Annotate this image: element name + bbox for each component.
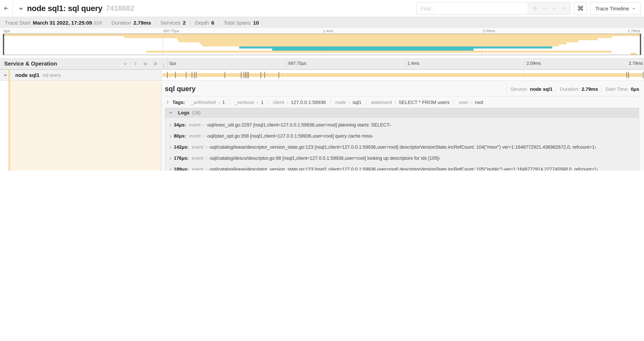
minimap-left-drag-handle[interactable]	[3, 34, 4, 55]
trace-id: 7418682	[106, 4, 134, 13]
operation-name: sql query	[42, 72, 61, 78]
detail-span-title: sql query	[165, 85, 196, 93]
service-operation-header: Service & Operation ∥	[0, 58, 168, 69]
summary-item: Start Time:0μs	[602, 86, 639, 92]
log-field-value: ‹sql/catalog/descs/descriptor.go:98 [nsq…	[209, 156, 440, 161]
tag-key: user	[459, 100, 468, 105]
log-marker-tick[interactable]	[224, 72, 225, 78]
log-field-key: event	[192, 145, 203, 150]
minimap-span-bar	[146, 51, 612, 53]
span-detail-row: sql query Service:node sql1Duration:2.79…	[0, 81, 644, 171]
log-marker-tick[interactable]	[186, 72, 186, 78]
tag-item[interactable]: statement=SELECT * FROM users	[366, 100, 454, 105]
find-input[interactable]	[416, 3, 528, 14]
arrow-left-icon	[3, 5, 9, 12]
log-row[interactable]: 189μs:event=‹sql/catalog/lease/descripto…	[165, 164, 639, 171]
tags-accordion[interactable]: Tags: _unfinished=1_verbose=1client=127.…	[165, 96, 639, 108]
tag-item[interactable]: _unfinished=1	[186, 100, 230, 105]
log-body: event=‹sql/catalog/lease/descriptor_vers…	[192, 145, 596, 150]
log-marker-tick[interactable]	[196, 72, 196, 78]
log-row[interactable]: 176μs:event=‹sql/catalog/descs/descripto…	[165, 153, 639, 164]
log-marker-tick[interactable]	[244, 72, 244, 78]
clear-find-icon[interactable]	[562, 6, 566, 11]
minimap-right-drag-handle[interactable]	[640, 34, 641, 55]
log-marker-tick[interactable]	[643, 72, 643, 78]
log-marker-tick[interactable]	[628, 72, 629, 78]
metadata-value: 10	[253, 20, 259, 26]
span-color-accent	[8, 81, 10, 171]
expand-all-icon[interactable]	[153, 61, 158, 66]
metadata-value: 2.79ms	[134, 20, 151, 26]
log-field-value: ‹sql/catalog/lease/descriptor_version_st…	[209, 145, 596, 150]
log-marker-tick[interactable]	[241, 72, 241, 78]
tag-item[interactable]: user=root	[454, 100, 488, 105]
metadata-item: Duration2.79ms	[107, 20, 156, 26]
timeline-ruler: 0μs697.75μs1.4ms2.09ms2.79ms	[168, 58, 644, 69]
log-marker-tick[interactable]	[175, 72, 176, 78]
prev-match-icon[interactable]	[542, 6, 547, 11]
tag-item[interactable]: node=sql1	[330, 100, 366, 105]
log-field-key: event	[189, 122, 201, 128]
find-group	[416, 2, 570, 15]
equals-sign: =	[348, 100, 350, 105]
minimap-span-bar	[177, 38, 598, 40]
metadata-value: 2	[183, 20, 186, 26]
log-row[interactable]: 34μs:event=‹sql/exec_util.go:2297 [nsql1…	[165, 120, 639, 131]
log-row[interactable]: 80μs:event=‹sql/plan_opt.go:358 [nsql1,c…	[165, 131, 639, 142]
chevron-down-icon	[168, 111, 173, 115]
keyboard-shortcuts-button[interactable]: ⌘	[574, 2, 587, 15]
log-marker-tick[interactable]	[278, 72, 279, 78]
detail-gutter-fill	[10, 81, 161, 171]
tag-key: _verbose	[234, 100, 254, 105]
ruler-tick-label: 0μs	[3, 29, 10, 33]
span-bar-cell[interactable]	[161, 70, 644, 80]
collapse-all-icon[interactable]	[143, 61, 148, 66]
tag-item[interactable]: _verbose=1	[230, 100, 268, 105]
log-marker-tick[interactable]	[194, 72, 194, 78]
span-duration-bar[interactable]	[162, 73, 643, 77]
log-marker-tick[interactable]	[192, 72, 192, 78]
tag-item[interactable]: client=127.0.0.1:59936	[268, 100, 330, 105]
minimap-span-bar	[202, 44, 559, 47]
tag-value: 127.0.0.1:59936	[291, 100, 326, 105]
next-match-icon[interactable]	[552, 6, 556, 11]
back-button[interactable]	[0, 0, 13, 17]
span-name-cell[interactable]: node sql1 sql query	[0, 70, 161, 80]
log-marker-tick[interactable]	[265, 72, 265, 78]
summary-value: node sql1	[530, 86, 552, 92]
log-marker-tick[interactable]	[248, 72, 248, 78]
chevron-right-icon	[166, 100, 170, 104]
equals-sign: =	[218, 100, 220, 105]
log-marker-tick[interactable]	[247, 72, 247, 78]
column-resize-grip[interactable]: ∥	[162, 63, 165, 69]
log-body: event=‹sql/catalog/lease/descriptor_vers…	[192, 167, 598, 171]
trace-metadata-bar: Trace StartMarch 31 2022, 17:25:09.326Du…	[0, 17, 644, 28]
span-row[interactable]: node sql1 sql query	[0, 70, 644, 81]
expand-one-icon[interactable]	[133, 61, 138, 66]
logs-header[interactable]: Logs (18)	[165, 108, 639, 118]
focus-match-icon[interactable]	[532, 6, 537, 11]
summary-value: 2.79ms	[582, 86, 598, 92]
ruler-tick-label: 1.4ms	[322, 29, 334, 33]
tags-label: Tags:	[172, 100, 185, 105]
log-timestamp: 34μs:	[174, 122, 186, 128]
ruler-tick-label: 2.09ms	[482, 29, 495, 33]
chevron-right-icon	[168, 156, 174, 160]
tag-key: statement	[371, 100, 392, 105]
app-header: node sql1: sql query 7418682	[0, 0, 644, 17]
minimap-span-bar	[178, 40, 578, 42]
minimap-canvas[interactable]	[3, 34, 641, 55]
logs-label: Logs	[178, 110, 190, 115]
minimap-span-bar	[631, 53, 636, 55]
log-marker-tick[interactable]	[261, 72, 261, 78]
log-marker-tick[interactable]	[245, 72, 246, 78]
log-marker-tick[interactable]	[167, 72, 168, 78]
equals-sign: =	[470, 100, 473, 105]
collapse-one-icon[interactable]	[123, 61, 128, 66]
span-collapse-chevron-icon[interactable]	[3, 73, 8, 77]
collapse-header-chevron-icon[interactable]	[18, 6, 24, 11]
log-marker-tick[interactable]	[627, 72, 627, 78]
log-row[interactable]: 142μs:event=‹sql/catalog/lease/descripto…	[165, 142, 639, 153]
tag-value: root	[475, 100, 483, 105]
view-switcher-button[interactable]: Trace Timeline	[590, 2, 640, 15]
